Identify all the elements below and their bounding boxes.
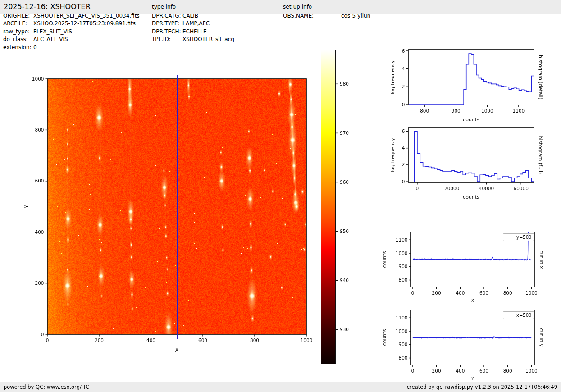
cut_y-legend: x=500	[503, 311, 534, 319]
x-tick-label: 400	[456, 290, 465, 296]
y-tick-label: 800	[398, 355, 407, 360]
x-tick-label: 1000	[525, 290, 538, 296]
y-tick-label: 1100	[396, 237, 408, 242]
x-tick-label: 1000	[481, 108, 493, 114]
x-tick-label: 1000	[301, 337, 313, 343]
legend-line-sample	[506, 315, 514, 315]
y-axis-label: counts	[382, 329, 388, 346]
y-tick-label: 800	[35, 127, 44, 132]
right-axis-label: cut in x	[538, 251, 544, 269]
colorbar-tick-label: 950	[340, 228, 349, 234]
cut_y-plot: 0200400600800100080090010001100Ycountscu…	[382, 310, 544, 382]
colorbar-tick-label: 940	[340, 278, 349, 283]
hist_full-line	[415, 131, 534, 182]
x-tick-label: 200	[432, 290, 441, 296]
y-tick-label: 900	[398, 342, 407, 347]
y-axis-label: log frequency	[390, 60, 396, 94]
y-axis-label: Y	[23, 205, 30, 209]
colorbar-tick-label: 980	[340, 81, 349, 87]
y-tick-label: 800	[398, 277, 407, 283]
x-tick-label: 400	[456, 368, 465, 374]
x-axis-label: Y	[471, 376, 474, 382]
y-tick-label: 900	[398, 264, 407, 269]
colorbar-tick-label: 930	[340, 327, 349, 332]
meta-field-value: XSHOOTER_SLT_AFC_VIS_351_0034.fits	[33, 13, 140, 19]
x-axis-label: X	[175, 347, 179, 353]
page-title: 2025-12-16: XSHOOTER	[4, 2, 91, 11]
y-tick-label: 0	[402, 102, 405, 107]
colorbar-ticks: 980970960950940930	[336, 81, 349, 332]
meta-field-label: DPR.TECH:	[152, 28, 181, 35]
y-tick-label: 1000	[396, 251, 408, 256]
y-tick-label: 4	[402, 145, 405, 150]
axes-spine	[408, 128, 534, 182]
meta-field-value: cos-5-yilun	[341, 13, 370, 19]
right-axis-label: cut in y	[538, 328, 544, 347]
hist_detail-plot: 800900100011000246countslog frequencyhis…	[390, 48, 543, 123]
x-axis-label: X	[471, 298, 474, 304]
type-info-section-label: type info	[152, 4, 176, 10]
meta-field-value: ECHELLE	[182, 28, 207, 35]
right-axis-label: histogram (full)	[538, 136, 543, 174]
meta-field-value: 0	[33, 44, 37, 50]
x-tick-label: 600	[479, 368, 488, 374]
y-tick-label: 0	[402, 179, 405, 184]
x-tick-label: 800	[503, 368, 512, 374]
meta-field-label: DPR.TYPE:	[152, 20, 180, 27]
x-axis-label: counts	[463, 194, 479, 200]
legend-label: x=500	[516, 313, 531, 318]
y-tick-label: 2	[402, 162, 405, 167]
meta-field-label: OBS.NAME:	[283, 13, 314, 19]
meta-field-label: extension:	[3, 44, 32, 50]
setup-info-section-label: set-up info	[283, 4, 312, 10]
footer-powered-by: powered by QC: www.eso.org/HC	[4, 384, 89, 390]
crosshair-horizontal-line	[47, 207, 311, 207]
meta-field-value: AFC_ATT_VIS	[33, 36, 68, 42]
y-tick-label: 1000	[32, 76, 44, 82]
colorbar-tick-label: 970	[340, 130, 349, 136]
meta-field-value: XSHOOTER_slt_acq	[182, 36, 234, 42]
header-bar: 2025-12-16: XSHOOTER type info set-up in…	[0, 0, 561, 14]
y-tick-label: 600	[35, 178, 44, 183]
x-tick-label: 1100	[513, 108, 525, 114]
y-tick-label: 4	[402, 66, 405, 71]
x-tick-label: 900	[452, 108, 461, 114]
y-axis-label: log frequency	[390, 138, 396, 172]
meta-field-label: TPL.ID:	[152, 36, 171, 42]
y-tick-label: 1000	[396, 328, 408, 334]
x-axis-label: counts	[463, 117, 479, 123]
meta-field-label: DPR.CATG:	[152, 13, 181, 19]
x-tick-label: 0	[411, 368, 415, 374]
legend-label: y=500	[516, 235, 531, 240]
x-tick-label: 40000	[479, 186, 494, 191]
y-tick-label: 400	[35, 229, 44, 235]
x-tick-label: 600	[198, 337, 207, 343]
y-tick-label: 6	[402, 48, 405, 54]
meta-field-label: do_class:	[3, 36, 28, 42]
footer-created-by: created by qc_rawdisp.py v1.2.3 on 2025-…	[407, 384, 557, 390]
colorbar	[321, 50, 336, 364]
hist_full-plot: 02000040000600000246countslog frequencyh…	[390, 128, 543, 200]
x-tick-label: 800	[250, 337, 259, 343]
x-tick-label: 600	[479, 290, 488, 296]
y-tick-label: 0	[41, 332, 44, 337]
x-tick-label: 400	[146, 337, 155, 343]
colorbar-tick-label: 960	[340, 179, 349, 185]
y-tick-label: 6	[402, 128, 405, 134]
x-tick-label: 800	[503, 290, 512, 296]
y-tick-label: 200	[35, 280, 44, 286]
meta-field-label: ORIGFILE:	[3, 13, 30, 19]
x-tick-label: 200	[95, 337, 104, 343]
y-tick-label: 2	[402, 84, 405, 89]
x-tick-label: 20000	[444, 186, 459, 191]
x-tick-label: 0	[46, 337, 49, 343]
x-tick-label: 0	[411, 290, 415, 296]
legend-line-sample	[506, 237, 514, 237]
x-tick-label: 60000	[514, 186, 529, 191]
meta-field-value: LAMP,AFC	[182, 20, 210, 27]
cut_x-legend: y=500	[503, 233, 534, 241]
x-tick-label: 0	[416, 186, 419, 191]
x-tick-label: 200	[432, 368, 441, 374]
meta-field-label: ARCFILE:	[3, 20, 27, 27]
hist_detail-line	[409, 54, 534, 105]
